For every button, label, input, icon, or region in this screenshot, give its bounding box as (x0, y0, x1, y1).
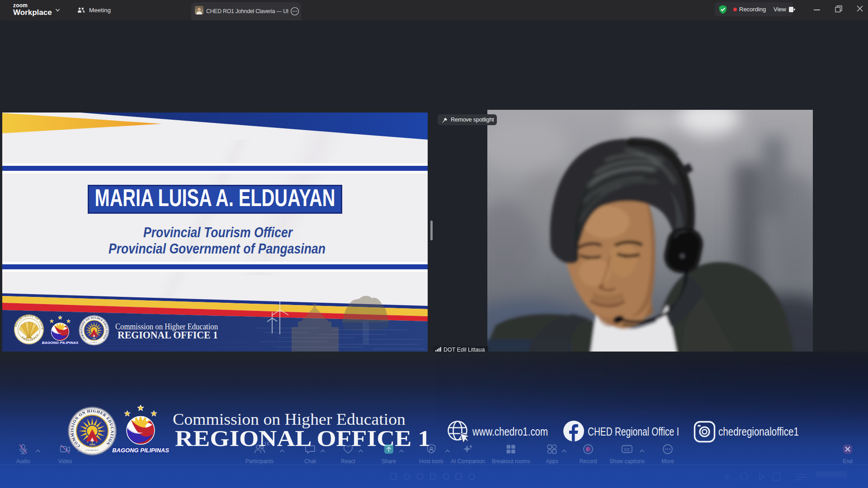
svg-text:CC: CC (624, 447, 630, 452)
svg-text:Provincial Government of Panga: Provincial Government of Pangasinan (108, 240, 326, 257)
svg-text:REGIONAL OFFICE 1: REGIONAL OFFICE 1 (118, 329, 218, 341)
svg-text:Provincial Tourism Officer: Provincial Tourism Officer (143, 224, 293, 240)
svg-text:BAGONG PILIPINAS: BAGONG PILIPINAS (42, 341, 79, 345)
svg-text:MARIA LUISA A. ELDUAYAN: MARIA LUISA A. ELDUAYAN (95, 184, 335, 211)
svg-text:chedregionaloffice1: chedregionaloffice1 (718, 425, 799, 438)
svg-text:CHED Regional Office I: CHED Regional Office I (588, 425, 679, 438)
svg-text:www.chedro1.com: www.chedro1.com (472, 425, 548, 438)
